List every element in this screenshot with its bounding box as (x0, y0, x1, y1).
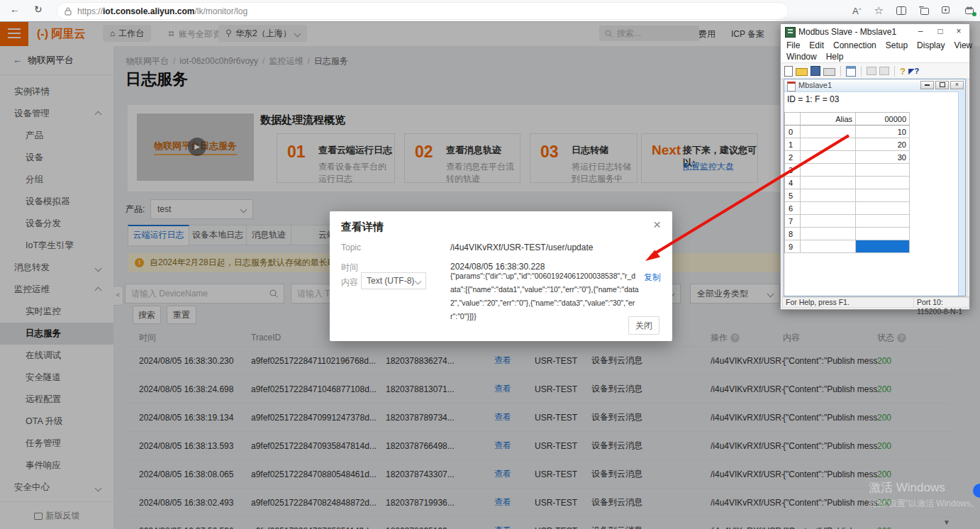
new-file-icon[interactable] (784, 66, 793, 77)
modbus-slave-window: Modbus Slave - Mbslave1 – □ × FileEditCo… (780, 23, 970, 310)
row-number: 3 (785, 164, 801, 177)
slave-id-line: ID = 1: F = 03 (784, 92, 965, 109)
topic-value: /i4u4VIKvRXf/USR-TEST/user/update (450, 243, 593, 252)
grid-header-cell: Alias (801, 113, 856, 126)
child-restore-icon[interactable] (935, 81, 949, 89)
menu-item[interactable]: Window (786, 51, 817, 62)
browser-actions: A^ ☆ (852, 0, 974, 21)
modbus-menubar-row1: FileEditConnectionSetupDisplayView (781, 40, 969, 51)
row-number: 1 (785, 138, 801, 151)
save-icon[interactable] (811, 66, 820, 76)
row-number: 6 (785, 202, 801, 215)
grid-row: 5 (785, 189, 910, 202)
register-grid[interactable]: Alias000000101202303456789 (784, 112, 910, 253)
selected-cell[interactable] (856, 240, 910, 253)
grid-header-cell: 00000 (856, 113, 910, 126)
grid-row: 010 (785, 126, 910, 138)
row-number: 8 (785, 228, 801, 240)
modbus-titlebar[interactable]: Modbus Slave - Mbslave1 – □ × (781, 24, 969, 40)
mbslave-document-window: Mbslave1 × ID = 1: F = 03 Alias000000101… (784, 79, 966, 296)
alias-cell[interactable] (801, 189, 856, 202)
modbus-window-title: Modbus Slave - Mbslave1 (798, 27, 896, 37)
time-label: 时间 (341, 262, 358, 274)
modal-title: 查看详情 (341, 221, 384, 234)
copy-link[interactable]: 复制 (644, 272, 661, 284)
grid-row: 4 (785, 177, 910, 189)
alias-cell[interactable] (801, 228, 856, 240)
menu-item[interactable]: Display (917, 40, 945, 51)
back-icon[interactable]: ← (10, 4, 20, 15)
alias-cell[interactable] (801, 202, 856, 215)
comm-icon-1[interactable] (867, 67, 876, 75)
value-cell[interactable] (856, 228, 910, 240)
modbus-mdi-area: Mbslave1 × ID = 1: F = 03 Alias000000101… (782, 78, 968, 298)
screen: ← ↻ https://iot.console.aliyun.com/lk/mo… (0, 0, 980, 529)
close-icon[interactable]: × (653, 217, 661, 233)
read-aloud-icon[interactable]: A^ (852, 6, 861, 16)
context-help-icon[interactable]: ◤? (908, 67, 919, 76)
grid-row: 6 (785, 202, 910, 215)
mbslave-title: Mbslave1 (798, 81, 832, 89)
status-port-text: Port 10: 115200-8-N-1 (913, 297, 969, 308)
status-help-text: For Help, press F1. (782, 297, 913, 308)
scroll-down-hint-icon[interactable]: ▼ (943, 518, 950, 526)
refresh-icon[interactable]: ↻ (34, 4, 43, 15)
value-cell[interactable] (856, 177, 910, 189)
split-screen-icon[interactable] (896, 6, 906, 15)
encoding-select[interactable]: Text (UTF-8) (361, 272, 426, 289)
grid-row: 230 (785, 151, 910, 164)
value-cell[interactable] (856, 215, 910, 228)
value-cell[interactable] (856, 164, 910, 177)
minimize-icon[interactable]: – (913, 26, 928, 36)
value-cell[interactable]: 10 (856, 126, 910, 138)
menu-item[interactable]: Edit (809, 40, 824, 51)
menu-item[interactable]: File (786, 40, 800, 51)
value-cell[interactable]: 20 (856, 138, 910, 151)
child-minimize-icon[interactable] (920, 81, 934, 89)
menu-item[interactable]: View (954, 40, 972, 51)
extensions-icon[interactable] (964, 6, 974, 15)
grid-row: 8 (785, 228, 910, 240)
value-cell[interactable]: 30 (856, 151, 910, 164)
menu-item[interactable]: Help (826, 51, 844, 62)
row-number: 0 (785, 126, 801, 138)
row-number: 2 (785, 151, 801, 164)
alias-cell[interactable] (801, 177, 856, 189)
display-setup-icon[interactable] (846, 66, 856, 77)
modbus-app-icon (785, 27, 796, 38)
help-icon[interactable]: ? (900, 67, 906, 76)
print-icon[interactable] (823, 68, 835, 76)
maximize-icon[interactable]: □ (932, 26, 948, 36)
child-close-icon[interactable]: × (950, 81, 964, 89)
favorite-star-icon[interactable]: ☆ (874, 4, 884, 17)
comm-icon-2[interactable] (879, 67, 889, 75)
value-cell[interactable] (856, 202, 910, 215)
alias-cell[interactable] (801, 164, 856, 177)
browser-essentials-icon[interactable] (942, 6, 952, 15)
grid-row: 3 (785, 164, 910, 177)
alias-cell[interactable] (801, 138, 856, 151)
modal-close-button[interactable]: 关闭 (628, 316, 659, 335)
mbslave-titlebar[interactable]: Mbslave1 × (784, 79, 965, 92)
modbus-menubar-row2: WindowHelp (781, 51, 969, 62)
browser-toolbar: ← ↻ https://iot.console.aliyun.com/lk/mo… (0, 0, 980, 22)
message-content: {"params":{"dir":"up","id":"006019240612… (450, 269, 639, 323)
open-file-icon[interactable] (796, 68, 808, 76)
value-cell[interactable] (856, 189, 910, 202)
row-number: 7 (785, 215, 801, 228)
collections-icon[interactable] (919, 6, 929, 15)
windows-watermark: 激活 Windows 转到“设置”以激活 Windows。 (869, 479, 979, 510)
alias-cell[interactable] (801, 126, 856, 138)
alias-cell[interactable] (801, 215, 856, 228)
child-scrollbar[interactable] (958, 91, 965, 296)
grid-row: 7 (785, 215, 910, 228)
row-number: 4 (785, 177, 801, 189)
sync-status-dot (972, 12, 976, 16)
menu-item[interactable]: Connection (833, 40, 876, 51)
content-label: 内容 (341, 277, 358, 289)
alias-cell[interactable] (801, 240, 856, 253)
address-bar[interactable]: https://iot.console.aliyun.com/lk/monito… (57, 2, 789, 20)
close-icon[interactable]: × (951, 26, 967, 36)
menu-item[interactable]: Setup (886, 40, 908, 51)
alias-cell[interactable] (801, 151, 856, 164)
